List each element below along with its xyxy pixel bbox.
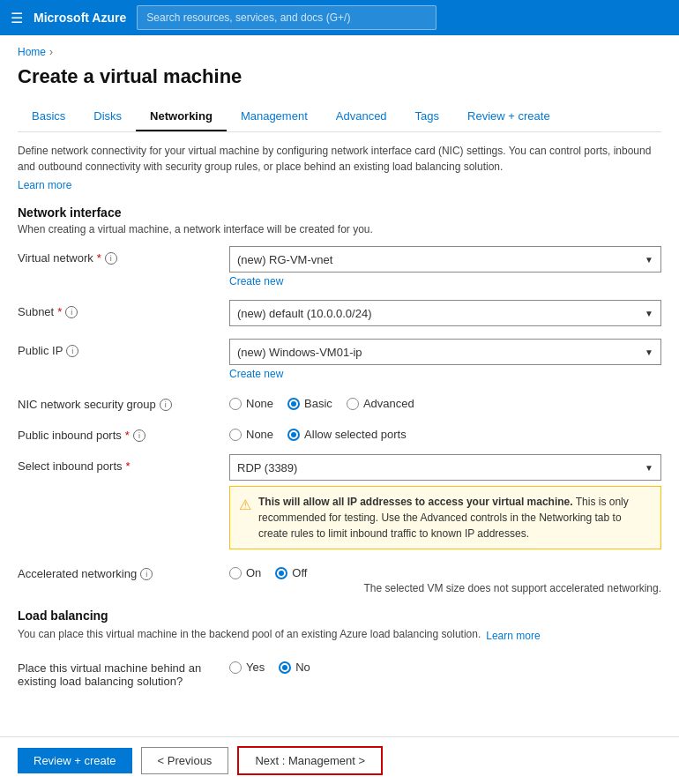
warning-icon: ⚠	[239, 495, 251, 516]
accel-off-option[interactable]: Off	[275, 566, 307, 579]
nic-security-group-control: None Basic Advanced	[229, 392, 661, 410]
accel-on-radio[interactable]	[229, 567, 242, 579]
inbound-none-radio[interactable]	[229, 429, 242, 441]
nic-security-basic-label: Basic	[304, 397, 332, 410]
public-inbound-ports-info-icon[interactable]: i	[133, 429, 146, 442]
virtual-network-info-icon[interactable]: i	[105, 252, 117, 265]
nic-security-basic-radio[interactable]	[287, 398, 300, 410]
load-balancing-header: Load balancing	[18, 609, 661, 623]
accel-on-option[interactable]: On	[229, 566, 261, 579]
accel-off-radio[interactable]	[275, 567, 287, 579]
virtual-network-create-new[interactable]: Create new	[229, 275, 661, 287]
public-inbound-ports-label: Public inbound ports * i	[18, 423, 229, 442]
subnet-row: Subnet * i (new) default (10.0.0.0/24) ▼	[18, 300, 661, 326]
subnet-info-icon[interactable]: i	[65, 306, 78, 318]
previous-button[interactable]: < Previous	[141, 747, 229, 774]
public-ip-create-new[interactable]: Create new	[229, 368, 661, 380]
tab-management[interactable]: Management	[227, 102, 322, 131]
breadcrumb: Home ›	[18, 46, 661, 58]
select-inbound-ports-dropdown[interactable]: RDP (3389) ▼	[229, 454, 661, 481]
nic-security-none-label: None	[246, 397, 273, 410]
description-learn-more[interactable]: Learn more	[18, 179, 71, 191]
public-inbound-ports-row: Public inbound ports * i None Allow sele…	[18, 423, 661, 442]
search-input[interactable]	[137, 5, 436, 30]
accelerated-networking-label: Accelerated networking i	[18, 562, 229, 580]
nic-security-none-radio[interactable]	[229, 398, 242, 410]
warning-text: This will allow all IP addresses to acce…	[258, 494, 652, 541]
public-ip-control: (new) Windows-VM01-ip ▼ Create new	[229, 339, 661, 380]
accelerated-networking-radio-group: On Off	[229, 562, 661, 579]
accelerated-networking-row: Accelerated networking i On Off The sele…	[18, 562, 661, 594]
virtual-network-dropdown[interactable]: (new) RG-VM-vnet ▼	[229, 246, 661, 273]
nic-security-advanced-option[interactable]: Advanced	[347, 397, 414, 410]
accelerated-networking-info-icon[interactable]: i	[140, 568, 153, 580]
public-ip-label: Public IP i	[18, 339, 229, 357]
breadcrumb-separator: ›	[49, 46, 53, 58]
lb-yes-radio[interactable]	[229, 661, 242, 674]
select-inbound-ports-arrow: ▼	[645, 463, 653, 473]
subnet-dropdown[interactable]: (new) default (10.0.0.0/24) ▼	[229, 300, 661, 326]
load-balancing-learn-more[interactable]: Learn more	[486, 630, 540, 642]
nic-security-advanced-label: Advanced	[363, 397, 414, 410]
virtual-network-control: (new) RG-VM-vnet ▼ Create new	[229, 246, 661, 287]
load-balancing-section: Load balancing You can place this virtua…	[18, 609, 661, 688]
lb-no-option[interactable]: No	[279, 661, 310, 674]
inbound-none-label: None	[246, 428, 273, 441]
lb-no-label: No	[295, 661, 310, 674]
nic-security-group-radio-group: None Basic Advanced	[229, 392, 661, 410]
nic-security-advanced-radio[interactable]	[347, 398, 359, 410]
load-balancer-row: Place this virtual machine behind an exi…	[18, 656, 661, 688]
virtual-network-row: Virtual network * i (new) RG-VM-vnet ▼ C…	[18, 246, 661, 287]
load-balancing-desc: You can place this virtual machine in th…	[18, 626, 481, 642]
lb-yes-option[interactable]: Yes	[229, 661, 265, 674]
subnet-label: Subnet * i	[18, 300, 229, 318]
accel-off-label: Off	[292, 566, 307, 579]
bottom-bar: Review + create < Previous Next : Manage…	[0, 736, 679, 784]
virtual-network-label: Virtual network * i	[18, 246, 229, 265]
virtual-network-arrow: ▼	[645, 255, 653, 265]
accelerated-networking-control: On Off The selected VM size does not sup…	[229, 562, 661, 594]
tab-advanced[interactable]: Advanced	[322, 102, 401, 131]
next-button[interactable]: Next : Management >	[237, 746, 383, 775]
select-inbound-ports-row: Select inbound ports * RDP (3389) ▼ ⚠ Th…	[18, 454, 661, 549]
page-title: Create a virtual machine	[18, 65, 661, 88]
network-interface-header: Network interface	[18, 205, 661, 220]
topbar: ☰ Microsoft Azure	[0, 0, 679, 35]
page-description: Define network connectivity for your vir…	[18, 143, 661, 175]
inbound-none-option[interactable]: None	[229, 428, 273, 441]
tab-review-create[interactable]: Review + create	[453, 102, 564, 131]
main-content: Home › Create a virtual machine Basics D…	[0, 35, 679, 771]
breadcrumb-home[interactable]: Home	[18, 46, 46, 58]
select-inbound-ports-control: RDP (3389) ▼ ⚠ This will allow all IP ad…	[229, 454, 661, 549]
inbound-allow-label: Allow selected ports	[304, 428, 407, 441]
tab-networking[interactable]: Networking	[136, 102, 227, 131]
tab-disks[interactable]: Disks	[79, 102, 136, 131]
public-ip-dropdown[interactable]: (new) Windows-VM01-ip ▼	[229, 339, 661, 365]
nic-security-none-option[interactable]: None	[229, 397, 273, 410]
load-balancer-label: Place this virtual machine behind an exi…	[18, 656, 229, 688]
nic-security-group-label: NIC network security group i	[18, 392, 229, 411]
tab-bar: Basics Disks Networking Management Advan…	[18, 102, 661, 132]
public-inbound-ports-radio-group: None Allow selected ports	[229, 423, 661, 441]
public-inbound-ports-control: None Allow selected ports	[229, 423, 661, 441]
inbound-allow-option[interactable]: Allow selected ports	[287, 428, 407, 441]
tab-tags[interactable]: Tags	[401, 102, 453, 131]
nic-security-group-info-icon[interactable]: i	[160, 399, 172, 411]
tab-basics[interactable]: Basics	[18, 102, 79, 131]
public-ip-row: Public IP i (new) Windows-VM01-ip ▼ Crea…	[18, 339, 661, 380]
public-ip-arrow: ▼	[645, 347, 653, 357]
azure-logo: Microsoft Azure	[34, 11, 126, 25]
review-create-button[interactable]: Review + create	[18, 748, 132, 773]
lb-yes-label: Yes	[246, 661, 265, 674]
lb-no-radio[interactable]	[279, 661, 291, 674]
subnet-control: (new) default (10.0.0.0/24) ▼	[229, 300, 661, 326]
select-inbound-ports-label: Select inbound ports *	[18, 454, 229, 473]
nic-security-basic-option[interactable]: Basic	[287, 397, 332, 410]
hamburger-icon[interactable]: ☰	[11, 10, 23, 26]
load-balancer-control: Yes No	[229, 656, 661, 674]
public-ip-info-icon[interactable]: i	[66, 345, 78, 357]
load-balancer-radio-group: Yes No	[229, 656, 661, 674]
inbound-allow-radio[interactable]	[287, 429, 300, 441]
warning-bold-text: This will allow all IP addresses to acce…	[258, 496, 573, 508]
nic-security-group-row: NIC network security group i None Basic …	[18, 392, 661, 411]
